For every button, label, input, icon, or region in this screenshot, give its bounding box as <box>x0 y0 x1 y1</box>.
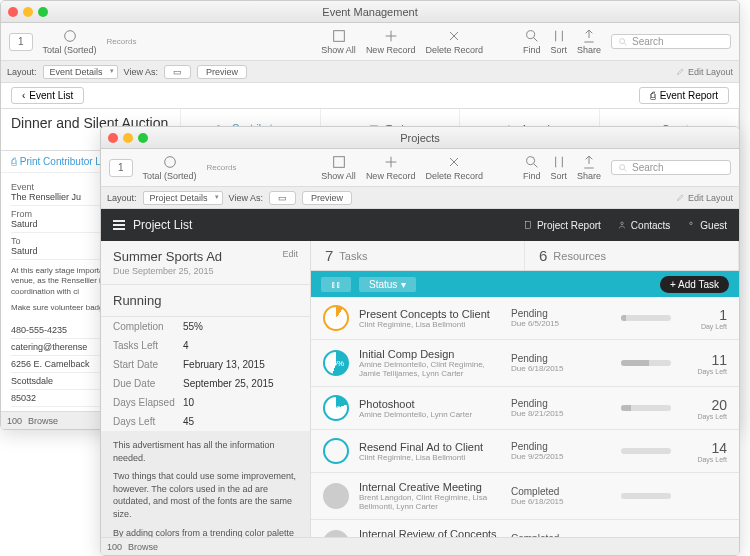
toolbar: 1 Total (Sorted) Records Show All New Re… <box>101 149 739 187</box>
days-left-n: 14 <box>681 440 727 456</box>
new-record-button[interactable]: New Record <box>366 154 416 181</box>
layout-bar: Layout: Project Details View As: ▭ Previ… <box>101 187 739 209</box>
view-form-button[interactable]: ▭ <box>164 65 191 79</box>
chart-icon[interactable]: ⫾⫾ <box>321 277 351 292</box>
titlebar[interactable]: Projects <box>101 127 739 149</box>
task-progress <box>621 360 671 366</box>
project-report-button[interactable]: Project Report <box>523 220 601 231</box>
days-left-t: Days Left <box>681 456 727 463</box>
page-title: Project List <box>133 218 192 232</box>
view-form-button[interactable]: ▭ <box>269 191 296 205</box>
menu-icon[interactable] <box>113 220 125 230</box>
days-left-value: 45 <box>183 416 194 427</box>
task-due: Due 9/25/2015 <box>511 452 611 461</box>
guest-button[interactable]: Guest <box>686 220 727 231</box>
svg-point-0 <box>64 31 75 42</box>
task-row[interactable]: 55%Initial Comp DesignAmine Delmontello,… <box>311 340 739 387</box>
show-all-button[interactable]: Show All <box>321 154 356 181</box>
task-due: Due 6/18/2015 <box>511 364 611 373</box>
browse-mode[interactable]: Browse <box>28 416 58 426</box>
completion-value: 55% <box>183 321 203 332</box>
task-assignees: Amine Delmontello, Clint Regimine, Jamie… <box>359 360 501 378</box>
task-row[interactable]: Internal Creative MeetingBrent Langdon, … <box>311 473 739 520</box>
new-record-button[interactable]: New Record <box>366 28 416 55</box>
edit-layout-button[interactable]: Edit Layout <box>676 67 733 77</box>
print-contributor-button[interactable]: ⎙ Print Contributor List <box>11 156 111 167</box>
search-input[interactable]: Search <box>611 160 731 175</box>
add-task-button[interactable]: + Add Task <box>660 276 729 293</box>
due-date-value: September 25, 2015 <box>183 378 274 389</box>
share-button[interactable]: Share <box>577 154 601 181</box>
svg-point-9 <box>164 157 175 168</box>
task-status: Pending <box>511 398 611 409</box>
records-button[interactable]: Total (Sorted) <box>43 28 97 55</box>
find-button[interactable]: Find <box>523 28 541 55</box>
status-bar: 100 Browse <box>101 537 739 555</box>
preview-button[interactable]: Preview <box>197 65 247 79</box>
task-status: Pending <box>511 441 611 452</box>
layout-label: Layout: <box>7 67 37 77</box>
filter-bar: ⫾⫾ Status ▾ + Add Task <box>311 271 739 297</box>
layout-select[interactable]: Project Details <box>143 191 223 205</box>
window-title: Projects <box>101 132 739 144</box>
edit-button[interactable]: Edit <box>282 249 298 259</box>
record-nav[interactable]: 1 <box>109 159 133 177</box>
share-button[interactable]: Share <box>577 28 601 55</box>
project-status: Running <box>113 293 298 308</box>
project-sidebar: Edit Summer Sports Ad Due September 25, … <box>101 241 311 555</box>
task-title: Resend Final Ad to Client <box>359 441 501 453</box>
task-assignees: Amine Delmontello, Lynn Carter <box>359 410 501 419</box>
svg-point-2 <box>526 31 534 39</box>
window-title: Event Management <box>1 6 739 18</box>
svg-rect-13 <box>525 222 530 229</box>
preview-button[interactable]: Preview <box>302 191 352 205</box>
status-filter[interactable]: Status ▾ <box>359 277 416 292</box>
toolbar: 1 Total (Sorted) Records Show All New Re… <box>1 23 739 61</box>
task-status: Completed <box>511 486 611 497</box>
days-elapsed-value: 10 <box>183 397 194 408</box>
titlebar[interactable]: Event Management <box>1 1 739 23</box>
resources-counter: 6Resources <box>525 241 739 270</box>
project-name: Summer Sports Ad <box>113 249 298 264</box>
days-left-t: Days Left <box>681 413 727 420</box>
task-status: Pending <box>511 308 611 319</box>
sort-button[interactable]: Sort <box>550 154 567 181</box>
start-date-value: February 13, 2015 <box>183 359 265 370</box>
search-input[interactable]: Search <box>611 34 731 49</box>
show-all-button[interactable]: Show All <box>321 28 356 55</box>
days-left-n: 1 <box>681 307 727 323</box>
task-assignees: Clint Regimine, Lisa Bellmonti <box>359 320 501 329</box>
browse-mode[interactable]: Browse <box>128 542 158 552</box>
sort-button[interactable]: Sort <box>550 28 567 55</box>
viewas-label: View As: <box>124 67 158 77</box>
task-due: Due 6/5/2015 <box>511 319 611 328</box>
back-button[interactable]: ‹ Event List <box>11 87 84 104</box>
task-title: Photoshoot <box>359 398 501 410</box>
task-due: Due 8/21/2015 <box>511 409 611 418</box>
find-button[interactable]: Find <box>523 154 541 181</box>
contacts-button[interactable]: Contacts <box>617 220 670 231</box>
delete-record-button[interactable]: Delete Record <box>425 154 483 181</box>
task-row[interactable]: 20%PhotoshootAmine Delmontello, Lynn Car… <box>311 387 739 430</box>
svg-point-15 <box>690 222 693 225</box>
task-row[interactable]: Resend Final Ad to ClientClint Regimine,… <box>311 430 739 473</box>
tasks-left-value: 4 <box>183 340 189 351</box>
event-report-button[interactable]: ⎙ Event Report <box>639 87 729 104</box>
records-label: Records <box>107 37 137 46</box>
header-bar: Project List Project Report Contacts Gue… <box>101 209 739 241</box>
progress-badge: 10% <box>323 305 349 331</box>
task-progress <box>621 493 671 499</box>
task-row[interactable]: 10%Present Concepts to ClientClint Regim… <box>311 297 739 340</box>
days-left-t: Days Left <box>681 368 727 375</box>
project-due: Due September 25, 2015 <box>113 266 298 276</box>
edit-layout-button[interactable]: Edit Layout <box>676 193 733 203</box>
svg-point-14 <box>621 222 624 225</box>
svg-point-11 <box>526 157 534 165</box>
task-list: 10%Present Concepts to ClientClint Regim… <box>311 297 739 555</box>
record-nav[interactable]: 1 <box>9 33 33 51</box>
records-button[interactable]: Total (Sorted) <box>143 154 197 181</box>
delete-record-button[interactable]: Delete Record <box>425 28 483 55</box>
projects-window: Projects 1 Total (Sorted) Records Show A… <box>100 126 740 556</box>
progress-badge <box>323 483 349 509</box>
layout-select[interactable]: Event Details <box>43 65 118 79</box>
